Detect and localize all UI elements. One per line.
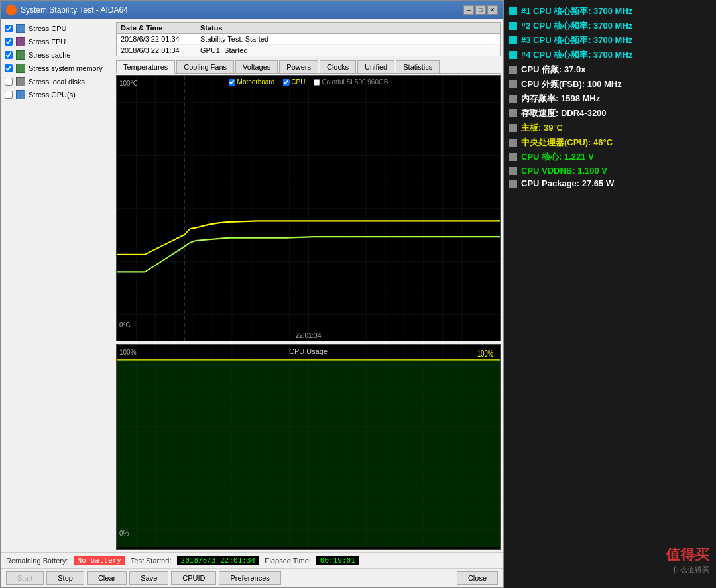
log-row-1-time: 2018/6/3 22:01:34 (117, 45, 196, 56)
tab-voltages[interactable]: Voltages (235, 60, 278, 73)
stress-memory-checkbox[interactable] (5, 64, 13, 72)
mem-freq-icon (509, 95, 517, 103)
log-row-0-time: 2018/6/3 22:01:34 (117, 34, 196, 44)
start-button[interactable]: Start (6, 571, 44, 585)
cpu2-freq-label: #2 CPU 核心频率: 3700 MHz (521, 20, 632, 32)
stress-disks-checkbox[interactable] (5, 78, 13, 86)
log-table: Date & Time Status 2018/6/3 22:01:34 Sta… (116, 22, 501, 56)
sidebar-item-stress-cache[interactable]: Stress cache (3, 48, 110, 62)
sidebar-item-stress-cpu[interactable]: Stress CPU (3, 22, 110, 35)
sidebar-item-stress-fpu[interactable]: Stress FPU (3, 35, 110, 48)
sidebar: Stress CPU Stress FPU Stress cache Stres… (1, 19, 113, 552)
content-area: Stress CPU Stress FPU Stress cache Stres… (1, 19, 503, 552)
svg-rect-1 (117, 76, 500, 341)
test-started-label: Test Started: (131, 557, 172, 565)
battery-label: Remaining Battery: (6, 557, 68, 565)
log-col-datetime: Date & Time (117, 23, 196, 33)
test-started-value: 2018/6/3 22:01:34 (177, 556, 260, 565)
cpu-core-v-label: CPU 核心: 1.221 V (521, 151, 594, 163)
cpu-icon (16, 24, 25, 33)
tab-clocks[interactable]: Clocks (320, 60, 356, 73)
maximize-button[interactable]: □ (475, 5, 486, 15)
cpu-usage-chart: CPU Usage 100% 0% (116, 344, 501, 550)
clear-button[interactable]: Clear (87, 571, 127, 585)
close-button[interactable]: Close (457, 571, 498, 585)
main-window: System Stability Test - AIDA64 ─ □ ✕ Str… (0, 0, 504, 588)
legend-motherboard-checkbox[interactable] (229, 79, 235, 86)
tab-unified[interactable]: Unified (357, 60, 394, 73)
stop-button[interactable]: Stop (46, 571, 84, 585)
info-mb-temp: 主板: 39°C (509, 122, 711, 134)
stress-cache-checkbox[interactable] (5, 51, 13, 59)
info-mem-speed: 存取速度: DDR4-3200 (509, 107, 711, 119)
cpu-y-top: 100% (119, 349, 137, 356)
app-icon (6, 5, 17, 15)
right-panel: Date & Time Status 2018/6/3 22:01:34 Sta… (113, 19, 503, 552)
stress-gpu-checkbox[interactable] (5, 91, 13, 99)
brand-subtitle: 什么值得买 (666, 565, 709, 575)
legend-colorful-checkbox[interactable] (313, 79, 320, 86)
cpu-vddnb-label: CPU VDDNB: 1.100 V (521, 166, 607, 176)
temp-y-top: 100°C (119, 80, 138, 87)
title-bar: System Stability Test - AIDA64 ─ □ ✕ (1, 1, 503, 19)
cpu-fsb-label: CPU 外频(FSB): 100 MHz (521, 78, 622, 90)
cpu1-icon (509, 7, 517, 15)
legend-cpu-checkbox[interactable] (282, 79, 289, 86)
stress-fpu-checkbox[interactable] (5, 38, 13, 46)
info-panel: #1 CPU 核心频率: 3700 MHz #2 CPU 核心频率: 3700 … (504, 0, 716, 588)
cpu4-icon (509, 51, 517, 59)
info-cpu-temp: 中央处理器(CPU): 46°C (509, 137, 711, 148)
gpu-icon (16, 90, 25, 99)
save-button[interactable]: Save (129, 571, 168, 585)
legend-motherboard: Motherboard (229, 78, 275, 86)
mb-temp-label: 主板: 39°C (521, 122, 563, 134)
mem-speed-label: 存取速度: DDR4-3200 (521, 107, 607, 119)
legend-colorful: Colorful SL500 960GB (313, 78, 388, 86)
temp-x-label: 22:01:34 (296, 332, 322, 339)
svg-text:100%: 100% (477, 348, 493, 359)
cache-icon (16, 50, 25, 60)
chart-container: Motherboard CPU Colorful SL500 960GB 100… (116, 75, 501, 550)
close-button[interactable]: ✕ (487, 5, 498, 15)
cpu-core-v-icon (509, 153, 517, 161)
sidebar-item-stress-disks[interactable]: Stress local disks (3, 75, 110, 88)
tab-cooling-fans[interactable]: Cooling Fans (176, 60, 234, 73)
cpu-chart-svg: 100% (117, 345, 500, 549)
stress-cpu-checkbox[interactable] (5, 25, 13, 32)
info-cpu2-freq: #2 CPU 核心频率: 3700 MHz (509, 20, 711, 32)
brand-watermark: 值得买 什么值得买 (666, 545, 709, 575)
log-table-header: Date & Time Status (117, 23, 500, 34)
sidebar-item-stress-gpu[interactable]: Stress GPU(s) (3, 88, 110, 101)
temperature-chart: Motherboard CPU Colorful SL500 960GB 100… (116, 75, 501, 341)
info-cpu-multi: CPU 倍频: 37.0x (509, 64, 711, 76)
cpu-chart-title: CPU Usage (289, 347, 328, 355)
cpu-package-label: CPU Package: 27.65 W (521, 178, 614, 188)
minimize-button[interactable]: ─ (463, 5, 474, 15)
sidebar-item-stress-memory[interactable]: Stress system memory (3, 62, 110, 75)
cpu-package-icon (509, 180, 517, 188)
legend-colorful-label: Colorful SL500 960GB (322, 78, 388, 86)
cpu2-icon (509, 22, 517, 30)
fpu-icon (16, 37, 25, 46)
cpuid-button[interactable]: CPUID (171, 571, 216, 585)
log-row-1-status: GPU1: Started (196, 45, 500, 56)
preferences-button[interactable]: Preferences (219, 571, 280, 585)
cpu-temp-label: 中央处理器(CPU): 46°C (521, 137, 613, 148)
mem-freq-label: 内存频率: 1598 MHz (521, 93, 600, 105)
info-cpu-vddnb: CPU VDDNB: 1.100 V (509, 166, 711, 176)
mb-temp-icon (509, 124, 517, 132)
tab-statistics[interactable]: Statistics (396, 60, 440, 73)
cpu-vddnb-icon (509, 167, 517, 175)
elapsed-label: Elapsed Time: (265, 557, 311, 565)
tab-powers[interactable]: Powers (279, 60, 318, 73)
tab-temperatures[interactable]: Temperatures (116, 60, 175, 74)
cpu4-freq-label: #4 CPU 核心频率: 3700 MHz (521, 49, 632, 61)
cpu3-icon (509, 36, 517, 44)
chart-legend: Motherboard CPU Colorful SL500 960GB (229, 78, 388, 86)
cpu-y-bottom: 0% (119, 530, 129, 537)
window-title: System Stability Test - AIDA64 (21, 5, 463, 15)
info-cpu-core-v: CPU 核心: 1.221 V (509, 151, 711, 163)
log-row-0-status: Stability Test: Started (196, 34, 500, 44)
cpu-multi-label: CPU 倍频: 37.0x (521, 64, 586, 76)
disk-icon (16, 77, 25, 86)
